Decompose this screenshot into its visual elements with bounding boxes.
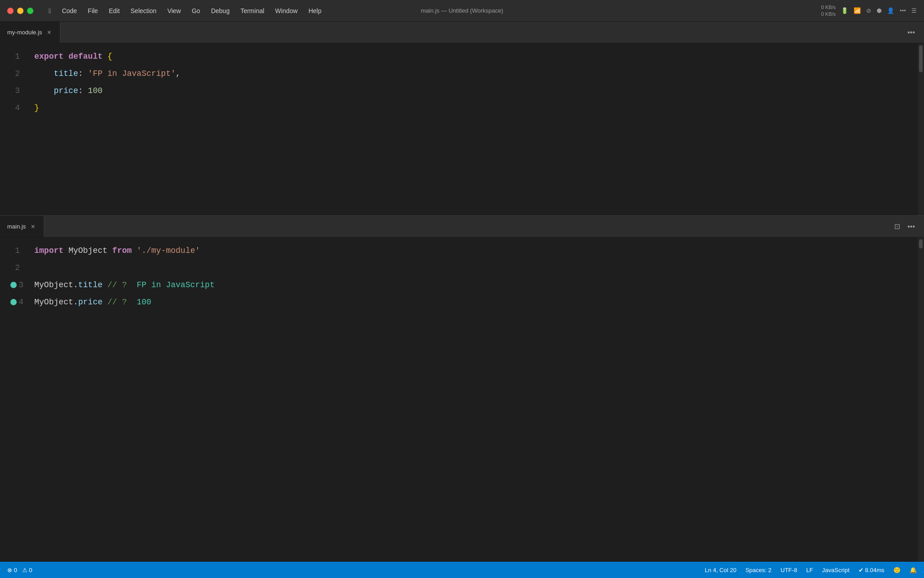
- tab-my-module[interactable]: my-module.js ✕: [0, 22, 60, 43]
- menu-bar:  Code File Edit Selection View Go Debug…: [44, 5, 326, 16]
- list-icon: ☰: [911, 7, 917, 14]
- string-my-module: './my-module': [137, 242, 200, 259]
- top-code-editor[interactable]: 1 2 3 4 export default { title: [0, 43, 924, 215]
- green-dot-3: [10, 282, 17, 288]
- control-icon: ⊘: [866, 7, 871, 14]
- more-icon: •••: [900, 7, 906, 14]
- bottom-editor-pane: main.js ✕ ⊡ ••• 1 2 3: [0, 216, 924, 562]
- prop-price-ref: price: [78, 294, 102, 311]
- scrollbar-thumb-top[interactable]: [919, 45, 923, 72]
- bottom-line-num-2: 2: [0, 259, 27, 276]
- menu-selection[interactable]: Selection: [126, 5, 161, 16]
- status-bar: ⊗ 0 ⚠ 0 Ln 4, Col 20 Spaces: 2 UTF-8 LF …: [0, 562, 924, 578]
- minimize-button[interactable]: [17, 8, 23, 14]
- tab-my-module-label: my-module.js: [7, 29, 42, 36]
- bottom-line-numbers-area: 1 2 3 4: [0, 238, 27, 562]
- result-fp-javascript: FP in JavaScript: [137, 276, 215, 294]
- window-title: main.js — Untitled (Workspace): [421, 7, 504, 14]
- comment-q1: // ?: [107, 276, 127, 294]
- bottom-code-line-3: MyObject . title // ? FP in JavaScript: [34, 276, 910, 294]
- top-tab-actions: •••: [906, 27, 924, 38]
- scrollbar-thumb-bottom[interactable]: [919, 239, 923, 248]
- maximize-button[interactable]: [27, 8, 33, 14]
- line-num-4: 4: [0, 99, 27, 117]
- line-num-1: 1: [0, 48, 27, 65]
- result-100: 100: [137, 294, 151, 311]
- bottom-code-line-4: MyObject . price // ? 100: [34, 294, 910, 311]
- network-info: 0 KB/s 0 KB/s: [821, 4, 836, 17]
- menu-code[interactable]: Code: [57, 5, 81, 16]
- status-right: Ln 4, Col 20 Spaces: 2 UTF-8 LF JavaScri…: [705, 567, 917, 573]
- code-line-1: export default {: [34, 48, 910, 65]
- code-line-4: }: [34, 99, 910, 117]
- comment-q2: // ?: [107, 294, 127, 311]
- keyword-default: default: [69, 48, 103, 65]
- prop-title-ref: title: [78, 276, 102, 294]
- bottom-code-content[interactable]: import MyObject from './my-module' MyObj…: [27, 238, 918, 562]
- split-editor-button[interactable]: ⊡: [892, 220, 902, 233]
- error-icon: ⊗: [7, 567, 12, 573]
- menu-terminal[interactable]: Terminal: [236, 5, 269, 16]
- file-encoding[interactable]: UTF-8: [781, 567, 797, 573]
- tab-main-js-label: main.js: [7, 223, 26, 230]
- menu-edit[interactable]: Edit: [104, 5, 124, 16]
- prop-price: price: [54, 82, 78, 99]
- titlebar-right: 0 KB/s 0 KB/s 🔋 📶 ⊘ ⬢ 👤 ••• ☰: [821, 4, 917, 17]
- top-line-numbers: 1 2 3 4: [0, 43, 27, 215]
- smiley-icon[interactable]: 🙂: [893, 567, 901, 573]
- menu-window[interactable]: Window: [271, 5, 302, 16]
- tab-main-js[interactable]: main.js ✕: [0, 216, 44, 237]
- bottom-tab-bar: main.js ✕ ⊡ •••: [0, 216, 924, 238]
- green-dot-4: [10, 299, 17, 305]
- notification-icon[interactable]: 🔔: [910, 567, 917, 573]
- editor-container: my-module.js ✕ ••• 1 2 3 4 export defaul…: [0, 22, 924, 562]
- keyword-from: from: [112, 242, 132, 259]
- close-button[interactable]: [7, 8, 14, 14]
- indent-mode[interactable]: Spaces: 2: [745, 567, 772, 573]
- menu-help[interactable]: Help: [304, 5, 326, 16]
- menu-debug[interactable]: Debug: [207, 5, 234, 16]
- more-actions-button-bottom[interactable]: •••: [906, 221, 917, 233]
- bottom-line-num-4-area: 4: [0, 294, 27, 311]
- language-mode[interactable]: JavaScript: [822, 567, 850, 573]
- open-brace: {: [107, 48, 112, 65]
- top-editor-pane: my-module.js ✕ ••• 1 2 3 4 export defaul…: [0, 22, 924, 216]
- traffic-lights: [7, 8, 33, 14]
- code-line-2: title : 'FP in JavaScript' ,: [34, 65, 910, 82]
- bottom-line-num-3: 3: [18, 276, 23, 294]
- bottom-line-num-1: 1: [0, 242, 27, 259]
- bottom-code-line-1: import MyObject from './my-module': [34, 242, 910, 259]
- string-fp-javascript: 'FP in JavaScript': [88, 65, 176, 82]
- menu-file[interactable]: File: [83, 5, 103, 16]
- close-brace: }: [34, 99, 39, 117]
- identifier-myobject: MyObject: [69, 242, 107, 259]
- code-line-3: price : 100: [34, 82, 910, 99]
- cursor-position[interactable]: Ln 4, Col 20: [705, 567, 736, 573]
- number-100: 100: [88, 82, 102, 99]
- bottom-code-editor[interactable]: 1 2 3 4 import MyObject: [0, 238, 924, 562]
- warning-icon: ⚠: [22, 567, 28, 573]
- titlebar-left:  Code File Edit Selection View Go Debug…: [7, 5, 326, 16]
- bottom-line-num-4: 4: [18, 294, 23, 311]
- tab-my-module-close[interactable]: ✕: [46, 29, 53, 36]
- menu-apple[interactable]: : [44, 5, 55, 16]
- menu-go[interactable]: Go: [187, 5, 205, 16]
- tab-main-js-close[interactable]: ✕: [29, 223, 37, 230]
- keyword-import: import: [34, 242, 64, 259]
- line-num-3: 3: [0, 82, 27, 99]
- menu-view[interactable]: View: [163, 5, 185, 16]
- line-ending[interactable]: LF: [806, 567, 813, 573]
- user-icon: 👤: [887, 7, 894, 14]
- top-code-content[interactable]: export default { title : 'FP in JavaScri…: [27, 43, 918, 215]
- bottom-tab-actions: ⊡ •••: [892, 220, 924, 233]
- titlebar:  Code File Edit Selection View Go Debug…: [0, 0, 924, 22]
- battery-icon: 🔋: [841, 7, 848, 14]
- myobject-ref-1: MyObject: [34, 276, 73, 294]
- error-count[interactable]: ⊗ 0 ⚠ 0: [7, 567, 32, 573]
- wifi-icon: 📶: [854, 7, 861, 14]
- airdrop-icon: ⬢: [877, 7, 882, 14]
- top-minimap: [918, 43, 924, 215]
- bottom-minimap: [918, 238, 924, 562]
- bottom-line-num-3-area: 3: [0, 276, 27, 294]
- more-actions-button[interactable]: •••: [906, 27, 917, 38]
